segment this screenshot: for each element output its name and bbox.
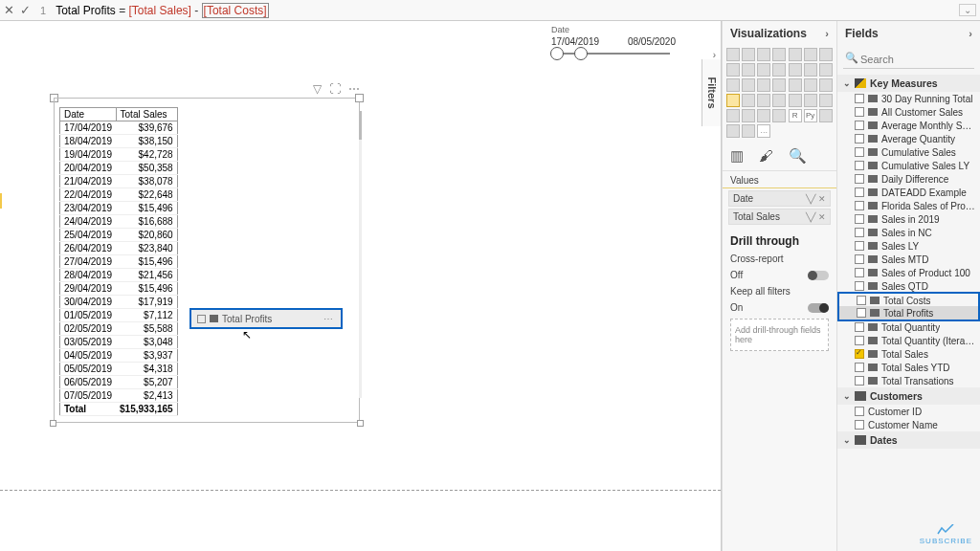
- checkbox-icon[interactable]: [855, 214, 864, 224]
- report-canvas[interactable]: Date 17/04/2019 08/05/2020 › Filters ▽ ⛶…: [0, 21, 722, 551]
- field-average-quantity[interactable]: Average Quantity: [837, 132, 980, 145]
- slicer-track[interactable]: [557, 53, 670, 55]
- checkbox-icon[interactable]: [857, 308, 866, 318]
- checkbox-icon[interactable]: [855, 228, 864, 237]
- checkbox-icon[interactable]: [855, 254, 864, 264]
- focus-mode-icon[interactable]: ⛶: [329, 82, 341, 96]
- field-florida-sales-of-product-2-[interactable]: Florida Sales of Product 2 ...: [837, 199, 980, 212]
- viz-type-icon[interactable]: Py: [804, 109, 817, 122]
- viz-type-icon[interactable]: [819, 63, 833, 77]
- fields-tool-icon[interactable]: ▥: [730, 147, 744, 165]
- chevron-right-icon[interactable]: ›: [969, 28, 972, 39]
- checkbox-icon[interactable]: [855, 147, 864, 157]
- viz-type-icon[interactable]: [804, 78, 817, 92]
- viz-type-icon[interactable]: [789, 63, 802, 77]
- group-key-measures[interactable]: ⌄ Key Measures: [837, 75, 980, 92]
- checkbox-icon[interactable]: [855, 134, 864, 143]
- viz-type-icon[interactable]: [742, 94, 755, 107]
- viz-type-icon[interactable]: [819, 94, 833, 107]
- field-customer-name[interactable]: Customer Name: [837, 418, 980, 431]
- table-row[interactable]: 03/05/2019$3,048: [60, 336, 178, 349]
- field-dateadd-example[interactable]: DATEADD Example: [837, 186, 980, 199]
- col-date[interactable]: Date: [60, 108, 117, 121]
- viz-type-icon[interactable]: [772, 94, 786, 107]
- viz-type-icon[interactable]: [757, 78, 770, 92]
- analytics-tool-icon[interactable]: 🔍: [789, 147, 807, 165]
- checkbox-icon[interactable]: [855, 376, 864, 386]
- data-table[interactable]: Date Total Sales 17/04/2019$39,67618/04/…: [59, 107, 178, 416]
- field-total-quantity-iteration-[interactable]: Total Quantity (Iteration): [837, 334, 980, 347]
- chevron-right-icon[interactable]: ›: [825, 28, 829, 39]
- checkbox-icon[interactable]: [855, 241, 864, 251]
- field-sales-mtd[interactable]: Sales MTD: [837, 253, 980, 266]
- viz-type-icon[interactable]: [726, 94, 740, 107]
- viz-type-icon[interactable]: [757, 48, 770, 61]
- checkbox-icon[interactable]: [855, 107, 864, 117]
- group-customers[interactable]: ⌄ Customers: [837, 387, 980, 405]
- field-total-transations[interactable]: Total Transations: [837, 374, 980, 387]
- slicer-handle-right[interactable]: [574, 47, 588, 60]
- checkbox-icon[interactable]: [855, 174, 864, 184]
- slicer-handle-left[interactable]: [550, 47, 564, 60]
- viz-type-icon[interactable]: [804, 94, 817, 107]
- format-tool-icon[interactable]: 🖌: [759, 147, 773, 165]
- field-daily-difference[interactable]: Daily Difference: [837, 172, 980, 186]
- viz-type-icon[interactable]: [757, 63, 770, 77]
- viz-type-icon[interactable]: [742, 78, 755, 92]
- viz-type-icon[interactable]: [819, 48, 833, 61]
- table-row[interactable]: 04/05/2019$3,937: [60, 349, 178, 363]
- table-row[interactable]: 29/04/2019$15,496: [60, 282, 178, 296]
- field-total-sales[interactable]: Total Sales: [837, 347, 980, 361]
- table-row[interactable]: 05/05/2019$4,318: [60, 363, 178, 376]
- field-sales-qtd[interactable]: Sales QTD: [837, 279, 980, 293]
- table-row[interactable]: 18/04/2019$38,150: [60, 135, 178, 148]
- checkbox-icon[interactable]: [855, 268, 864, 277]
- viz-type-icon[interactable]: [757, 94, 770, 107]
- col-total-sales[interactable]: Total Sales: [116, 108, 177, 121]
- viz-type-icon[interactable]: [726, 109, 740, 122]
- field-average-monthly-sales[interactable]: Average Monthly Sales: [837, 119, 980, 132]
- field-customer-id[interactable]: Customer ID: [837, 405, 980, 418]
- search-input[interactable]: [843, 51, 974, 69]
- viz-type-icon[interactable]: [789, 48, 802, 61]
- checkbox-icon[interactable]: [855, 201, 864, 210]
- table-row[interactable]: 24/04/2019$16,688: [60, 215, 178, 229]
- checkbox-icon[interactable]: [855, 322, 864, 332]
- field-sales-in-2019[interactable]: Sales in 2019: [837, 212, 980, 226]
- table-scrollbar[interactable]: [359, 111, 362, 398]
- viz-type-icon[interactable]: [772, 48, 786, 61]
- filter-icon[interactable]: ▽: [313, 82, 322, 96]
- checkbox-icon[interactable]: [855, 161, 864, 170]
- well-field[interactable]: Total Sales╲╱ ✕: [728, 209, 831, 225]
- viz-type-icon[interactable]: [772, 63, 786, 77]
- table-row[interactable]: 25/04/2019$20,860: [60, 229, 178, 242]
- checkbox-icon[interactable]: [855, 336, 864, 345]
- well-field[interactable]: Date╲╱ ✕: [728, 190, 831, 207]
- checkbox-icon[interactable]: [855, 349, 864, 359]
- table-visual[interactable]: ▽ ⛶ ⋯ Date Total Sales 17/04/2019$39,676…: [54, 98, 360, 423]
- table-row[interactable]: 01/05/2019$7,112: [60, 309, 178, 322]
- viz-type-icon[interactable]: [742, 63, 755, 77]
- field-all-customer-sales[interactable]: All Customer Sales: [837, 105, 980, 119]
- slicer-start[interactable]: 17/04/2019: [551, 36, 599, 47]
- more-options-icon[interactable]: ⋯: [348, 82, 360, 96]
- table-row[interactable]: 17/04/2019$39,676: [60, 121, 178, 135]
- table-row[interactable]: 30/04/2019$17,919: [60, 296, 178, 309]
- field-total-costs[interactable]: Total Costs: [839, 294, 978, 307]
- table-row[interactable]: 02/05/2019$5,588: [60, 322, 178, 336]
- field-total-sales-ytd[interactable]: Total Sales YTD: [837, 361, 980, 374]
- viz-type-icon[interactable]: [726, 78, 740, 92]
- fields-search[interactable]: 🔍: [843, 50, 974, 69]
- drill-drop-zone[interactable]: Add drill-through fields here: [730, 319, 829, 351]
- table-row[interactable]: 23/04/2019$15,496: [60, 202, 178, 215]
- viz-type-icon[interactable]: [757, 109, 770, 122]
- viz-type-icon[interactable]: [789, 78, 802, 92]
- field-30-day-running-total[interactable]: 30 Day Running Total: [837, 92, 980, 105]
- table-row[interactable]: 06/05/2019$5,207: [60, 376, 178, 389]
- field-cumulative-sales[interactable]: Cumulative Sales: [837, 145, 980, 159]
- viz-type-icon[interactable]: [742, 109, 755, 122]
- viz-type-icon[interactable]: [742, 124, 755, 138]
- table-row[interactable]: 21/04/2019$38,078: [60, 175, 178, 188]
- field-cumulative-sales-ly[interactable]: Cumulative Sales LY: [837, 159, 980, 172]
- cross-report-toggle[interactable]: [808, 271, 829, 280]
